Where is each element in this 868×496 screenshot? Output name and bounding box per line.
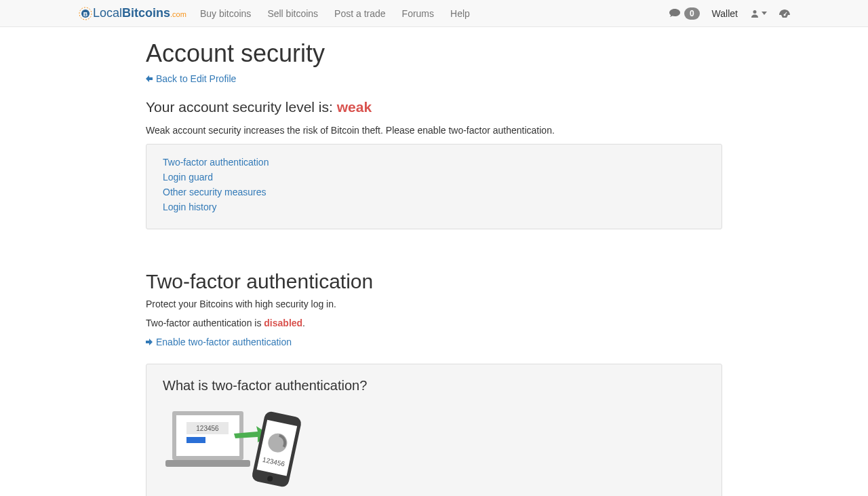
arrow-right-icon (146, 339, 153, 345)
enable-label: Enable two-factor authentication (156, 337, 292, 347)
toc-login-guard[interactable]: Login guard (163, 172, 213, 183)
toc-login-history[interactable]: Login history (163, 202, 216, 212)
wallet-link[interactable]: Wallet (712, 8, 738, 19)
logo-text: LocalBitcoins.com (93, 6, 186, 20)
nav-help[interactable]: Help (450, 8, 470, 19)
back-to-profile-link[interactable]: Back to Edit Profile (146, 73, 236, 84)
toc-two-factor[interactable]: Two-factor authentication (163, 157, 269, 168)
warning-text: Weak account security increases the risk… (146, 125, 722, 136)
two-factor-heading: Two-factor authentication (146, 270, 722, 293)
svg-rect-8 (165, 460, 250, 467)
svg-rect-7 (176, 415, 239, 456)
security-level-line: Your account security level is: weak (146, 99, 722, 115)
page-title: Account security (146, 39, 722, 68)
svg-text:B: B (83, 11, 88, 18)
two-factor-illustration: 123456 123456 (163, 403, 705, 491)
nav-forums[interactable]: Forums (402, 8, 434, 19)
level-prefix: Your account security level is: (146, 99, 333, 115)
what-heading: What is two-factor authentication? (163, 378, 705, 394)
nav-buy[interactable]: Buy bitcoins (200, 8, 251, 19)
dashboard-icon-link[interactable] (779, 9, 790, 18)
messages-count: 0 (684, 7, 700, 20)
arrow-left-icon (146, 75, 153, 82)
info-panel: What is two-factor authentication? 12345… (146, 364, 722, 496)
enable-two-factor-link[interactable]: Enable two-factor authentication (146, 337, 292, 347)
messages-link[interactable]: 0 (669, 7, 700, 20)
back-label: Back to Edit Profile (156, 73, 236, 84)
toc-panel: Two-factor authentication Login guard Ot… (146, 144, 722, 229)
svg-text:123456: 123456 (196, 425, 219, 432)
nav-post[interactable]: Post a trade (334, 8, 386, 19)
nav-links: Buy bitcoins Sell bitcoins Post a trade … (200, 8, 470, 19)
logo-icon: B (78, 6, 93, 21)
level-value: weak (337, 99, 372, 115)
svg-point-3 (753, 10, 757, 14)
logo-link[interactable]: B LocalBitcoins.com (78, 6, 186, 21)
dashboard-icon (779, 9, 790, 18)
toc-other[interactable]: Other security measures (163, 187, 267, 197)
two-factor-status: Two-factor authentication is disabled. (146, 318, 722, 328)
chevron-down-icon (762, 12, 767, 16)
svg-rect-11 (186, 437, 205, 443)
status-disabled: disabled (264, 318, 302, 328)
user-menu[interactable] (750, 9, 767, 18)
comment-icon (669, 8, 681, 18)
navbar: B LocalBitcoins.com Buy bitcoins Sell bi… (0, 0, 868, 27)
user-icon (750, 9, 760, 18)
nav-sell[interactable]: Sell bitcoins (267, 8, 318, 19)
two-factor-subtext: Protect your Bitcoins with high security… (146, 299, 722, 309)
